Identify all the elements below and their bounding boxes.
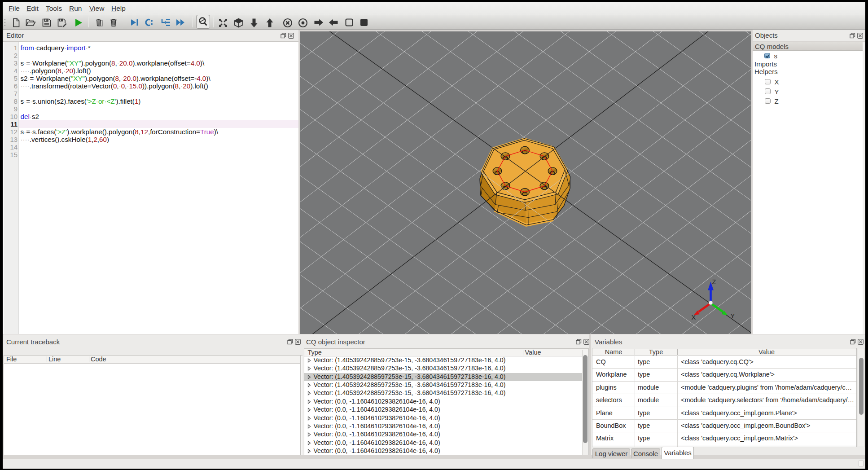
svg-text:Y: Y — [730, 312, 735, 319]
svg-text:X: X — [691, 313, 696, 321]
svg-text:Z: Z — [712, 278, 716, 285]
